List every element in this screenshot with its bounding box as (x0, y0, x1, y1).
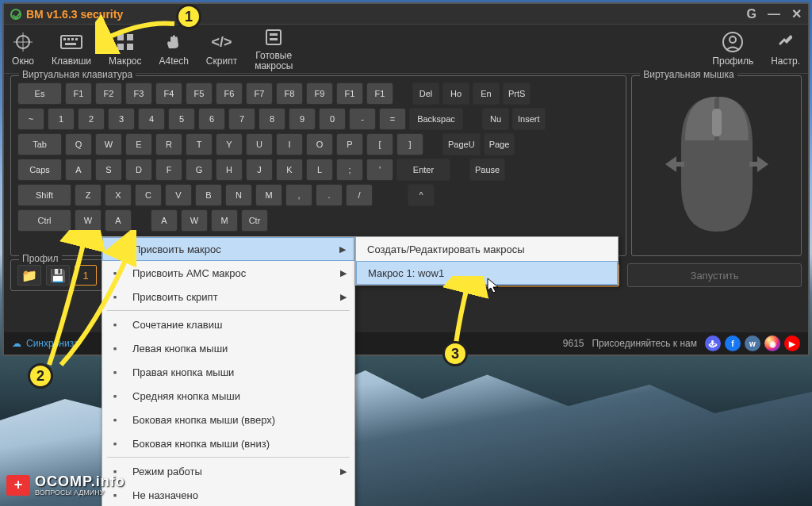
key-L[interactable]: L (306, 159, 333, 181)
key-F1[interactable]: F1 (65, 82, 92, 105)
key-Nu[interactable]: Nu (482, 108, 509, 130)
key-F8[interactable]: F8 (276, 82, 303, 105)
ctx-doc[interactable]: ▪ Присвоить AMC макрос ▶ (102, 261, 354, 285)
key-C[interactable]: C (135, 184, 162, 206)
ctx-rmb[interactable]: ▪ Правая кнопка мыши (102, 360, 354, 384)
toolbar-window[interactable]: Окно (12, 31, 34, 67)
key-PrtS[interactable]: PrtS (503, 82, 530, 105)
key-J[interactable]: J (246, 159, 273, 181)
key-V[interactable]: V (165, 184, 192, 206)
ctx-side-dn[interactable]: ▪ Боковая кнопка мыши (вниз) (102, 431, 354, 455)
globe-icon[interactable]: G (747, 7, 756, 21)
key-8[interactable]: 8 (259, 108, 285, 130)
key-Shift[interactable]: Shift (17, 184, 71, 206)
close-icon[interactable]: ✕ (791, 6, 802, 21)
key-0[interactable]: 0 (319, 108, 346, 130)
key-W[interactable]: W (181, 209, 208, 232)
key-A[interactable]: A (151, 209, 178, 232)
key-Page[interactable]: Page (484, 133, 515, 155)
ctx-mmb[interactable]: ▪ Средняя кнопка мыши (102, 384, 354, 408)
key-9[interactable]: 9 (289, 108, 316, 130)
key-][interactable]: ] (396, 133, 423, 155)
ctx-script[interactable]: ▪ Присвоить скрипт ▶ (102, 285, 354, 309)
toolbar-keys[interactable]: Клавиши (52, 31, 91, 67)
key-1[interactable]: 1 (48, 108, 75, 130)
key-F6[interactable]: F6 (216, 82, 243, 105)
key-/[interactable]: / (346, 184, 373, 206)
key-O[interactable]: O (306, 133, 333, 155)
key-[[interactable]: [ (366, 133, 393, 155)
key-F4[interactable]: F4 (155, 82, 182, 105)
key-N[interactable]: N (225, 184, 252, 206)
key-U[interactable]: U (246, 133, 273, 155)
ctx-side-up[interactable]: ▪ Боковая кнопка мыши (вверх) (102, 408, 354, 431)
minimize-icon[interactable]: — (768, 7, 780, 21)
key-W[interactable]: W (95, 133, 122, 155)
sub-item[interactable]: Создать/Редактировать макросы (356, 237, 618, 261)
key-Tab[interactable]: Tab (17, 133, 62, 155)
key-'[interactable]: ' (366, 159, 393, 181)
facebook-icon[interactable]: f (725, 335, 741, 351)
key-Y[interactable]: Y (216, 133, 243, 155)
ctx-gear[interactable]: ▪ Режим работы ▶ (102, 459, 354, 483)
run-button[interactable]: Запустить (627, 263, 802, 287)
key-5[interactable]: 5 (168, 108, 195, 130)
key-B[interactable]: B (195, 184, 222, 206)
key-A[interactable]: A (105, 209, 132, 232)
ctx-lmb[interactable]: ▪ Левая кнопка мыши (102, 336, 354, 360)
key-3[interactable]: 3 (108, 108, 135, 130)
ctx-none[interactable]: ▪ Не назначено (102, 483, 354, 506)
key-=[interactable]: = (379, 108, 406, 130)
folder-button[interactable]: 📁 (17, 265, 41, 286)
key-F3[interactable]: F3 (125, 82, 152, 105)
key-F7[interactable]: F7 (246, 82, 273, 105)
key-F5[interactable]: F5 (186, 82, 213, 105)
key-Es[interactable]: Es (17, 82, 62, 105)
toolbar-settings[interactable]: Настр. (771, 31, 800, 67)
key-I[interactable]: I (276, 133, 303, 155)
key-6[interactable]: 6 (198, 108, 225, 130)
key-W[interactable]: W (75, 209, 102, 232)
key-Caps[interactable]: Caps (17, 159, 62, 181)
key-Ho[interactable]: Ho (442, 82, 469, 105)
key-Pause[interactable]: Pause (469, 159, 505, 181)
key-.[interactable]: . (316, 184, 343, 206)
key-F1[interactable]: F1 (366, 82, 393, 105)
key-M[interactable]: M (255, 184, 282, 206)
key-F1[interactable]: F1 (336, 82, 363, 105)
key-M[interactable]: M (211, 209, 238, 232)
key-R[interactable]: R (155, 133, 182, 155)
key-Ctr[interactable]: Ctr (241, 209, 268, 232)
key-Enter[interactable]: Enter (396, 159, 450, 181)
key-Del[interactable]: Del (412, 82, 439, 105)
key-H[interactable]: H (216, 159, 243, 181)
key-T[interactable]: T (186, 133, 213, 155)
key-F[interactable]: F (155, 159, 182, 181)
key-~[interactable]: ~ (17, 108, 44, 130)
toolbar-ready-macros[interactable]: Готовые макросы (255, 26, 293, 71)
key-Z[interactable]: Z (75, 184, 102, 206)
key-E[interactable]: E (125, 133, 152, 155)
key-En[interactable]: En (473, 82, 500, 105)
key-4[interactable]: 4 (138, 108, 165, 130)
key-Backspac[interactable]: Backspac (409, 108, 463, 130)
key-;[interactable]: ; (336, 159, 363, 181)
key-2[interactable]: 2 (78, 108, 105, 130)
key-Ctrl[interactable]: Ctrl (17, 209, 71, 232)
instagram-icon[interactable]: ◉ (764, 335, 780, 351)
key-7[interactable]: 7 (228, 108, 255, 130)
key-Insert[interactable]: Insert (512, 108, 546, 130)
key-S[interactable]: S (95, 159, 122, 181)
key-F2[interactable]: F2 (95, 82, 122, 105)
discord-icon[interactable]: 🕹 (705, 335, 721, 351)
key-A[interactable]: A (65, 159, 92, 181)
mouse-graphic[interactable] (649, 89, 784, 240)
toolbar-script[interactable]: </> Скрипт (206, 31, 237, 67)
youtube-icon[interactable]: ▶ (784, 335, 800, 351)
key-Q[interactable]: Q (65, 133, 92, 155)
key-D[interactable]: D (125, 159, 152, 181)
key-PageU[interactable]: PageU (442, 133, 481, 155)
key-G[interactable]: G (186, 159, 213, 181)
ctx-combo[interactable]: ▪ Сочетание клавиш (102, 312, 354, 336)
vk-icon[interactable]: w (745, 335, 760, 351)
